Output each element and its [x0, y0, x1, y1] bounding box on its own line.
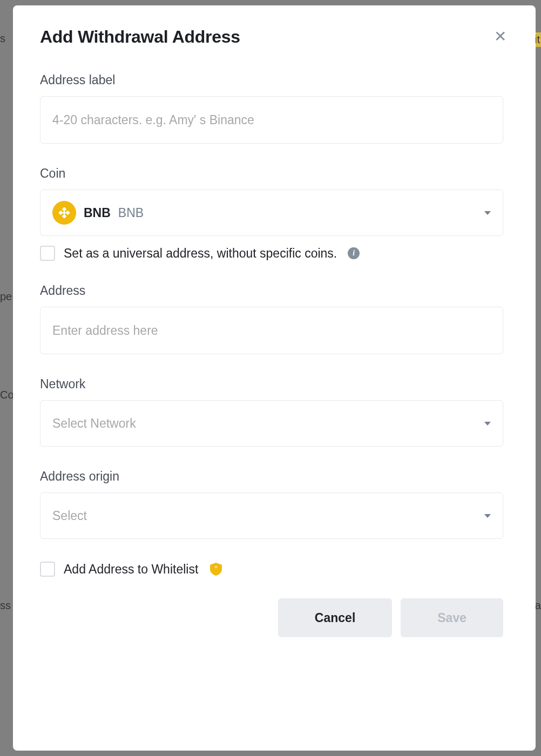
bnb-coin-icon	[52, 201, 76, 225]
chevron-down-icon	[484, 211, 491, 215]
coin-group: Coin BNB BNB	[40, 166, 503, 261]
shield-icon	[210, 563, 222, 576]
modal-body: Address label Coin BNB	[40, 73, 509, 734]
network-placeholder: Select Network	[52, 416, 136, 431]
coin-display: BNB BNB	[52, 201, 144, 225]
cancel-button[interactable]: Cancel	[278, 598, 392, 637]
universal-address-label: Set as a universal address, without spec…	[64, 246, 337, 261]
add-withdrawal-address-modal: Add Withdrawal Address ✕ Address label C…	[13, 5, 536, 751]
network-select[interactable]: Select Network	[40, 400, 503, 447]
address-field-label: Address	[40, 284, 503, 298]
whitelist-checkbox[interactable]	[40, 562, 55, 577]
address-group: Address	[40, 284, 503, 354]
address-label-group: Address label	[40, 73, 503, 144]
coin-symbol: BNB	[84, 206, 111, 220]
network-label: Network	[40, 377, 503, 392]
network-group: Network Select Network	[40, 377, 503, 447]
address-label-label: Address label	[40, 73, 503, 87]
universal-address-checkbox[interactable]	[40, 246, 55, 261]
address-origin-label: Address origin	[40, 469, 503, 484]
chevron-down-icon	[484, 422, 491, 426]
address-origin-group: Address origin Select	[40, 469, 503, 539]
coin-select[interactable]: BNB BNB	[40, 190, 503, 236]
save-button[interactable]: Save	[401, 598, 503, 637]
coin-name: BNB	[118, 206, 144, 220]
address-input[interactable]	[40, 307, 503, 354]
whitelist-label: Add Address to Whitelist	[64, 562, 198, 577]
universal-address-row: Set as a universal address, without spec…	[40, 246, 503, 261]
button-row: Cancel Save	[40, 598, 503, 637]
info-icon[interactable]: i	[348, 247, 360, 259]
modal-header: Add Withdrawal Address ✕	[40, 27, 509, 47]
address-label-input[interactable]	[40, 96, 503, 144]
modal-title: Add Withdrawal Address	[40, 27, 240, 47]
coin-label: Coin	[40, 166, 503, 181]
close-button[interactable]: ✕	[492, 27, 509, 46]
close-icon: ✕	[494, 28, 506, 45]
address-origin-select[interactable]: Select	[40, 492, 503, 539]
chevron-down-icon	[484, 514, 491, 518]
address-origin-placeholder: Select	[52, 509, 87, 523]
whitelist-row: Add Address to Whitelist	[40, 562, 503, 577]
